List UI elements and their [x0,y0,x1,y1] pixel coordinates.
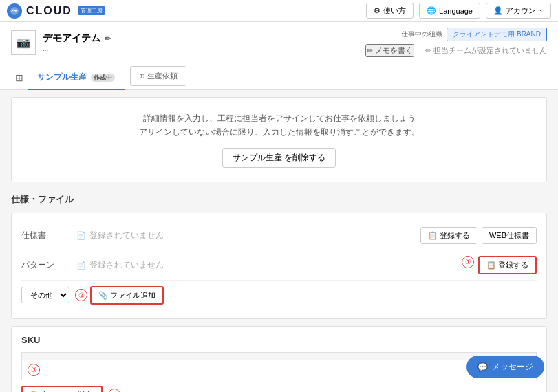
header-actions: ⚙ 使い方 🌐 Language 👤 アカウント [366,3,551,19]
usage-button[interactable]: ⚙ 使い方 [366,3,414,19]
sku-title: SKU [21,335,537,345]
item-title-row: デモアイテム ✏ [43,32,111,45]
circle-4: ④ [108,389,120,392]
item-header: 📷 デモアイテム ✏ ... 仕事中の組織 クライアントデモ用 BRAND ✏ … [0,22,558,63]
file-icon-pattern: 📄 [76,261,86,270]
camera-icon: 📷 [17,36,30,49]
sku-actions: 🎨 色・サイズ追加 ④ [21,386,537,392]
pattern-value: 📄 登録されていません [76,259,462,271]
spec-register-button[interactable]: 📋 登録する [420,227,477,244]
spec-section: 仕様書 📄 登録されていません 📋 登録する WEB仕様書 パターン 📄 登録さ… [11,213,547,319]
tab-sample-production[interactable]: サンプル生産 作成中 [28,66,125,90]
logo-icon [7,3,22,19]
account-button[interactable]: 👤 アカウント [486,3,551,19]
item-info: デモアイテム ✏ ... [43,32,111,52]
pencil-icon: ✏ [367,46,373,55]
register-icon-2: 📋 [486,261,496,270]
item-dots[interactable]: ... [43,45,111,52]
sku-table: ③ 0 [21,352,537,380]
file-icon: 📄 [76,231,86,240]
circle-1: ① [462,256,474,268]
file-type-select[interactable]: その他 [21,287,69,303]
header: CLOUD 管理工房 ⚙ 使い方 🌐 Language 👤 アカウント [0,0,558,22]
pattern-row: パターン 📄 登録されていません ① 📋 登録する [21,250,537,281]
message-icon: 💬 [477,362,488,372]
spec-actions: 📋 登録する WEB仕様書 [420,227,537,244]
item-thumbnail: 📷 [11,30,36,55]
delete-sample-button[interactable]: サンプル生産 を削除する [222,148,336,168]
pattern-actions: ① 📋 登録する [462,256,537,274]
file-add-button[interactable]: 📎 ファイル追加 [90,286,164,305]
sku-col1 [22,352,279,360]
spec-label: 仕様書 [21,230,76,241]
grid-icon: ⊞ [11,67,28,89]
item-title-text: デモアイテム [43,32,100,45]
info-box-text: 詳細情報を入力し、工程に担当者をアサインしてお仕事を依頼しましょう アサインして… [25,111,533,140]
file-add-row: その他 ② 📎 ファイル追加 [21,281,537,310]
memo-button[interactable]: ✏ メモを書く [365,44,414,57]
person-icon: ✏ [425,46,431,55]
top-right-area: 仕事中の組織 クライアントデモ用 BRAND ✏ メモを書く ✏ 担当チームが設… [365,28,547,57]
add-color-size-button[interactable]: 🎨 色・サイズ追加 [21,386,103,392]
sku-cell-1: ③ [22,360,279,380]
circle-3: ③ [28,364,40,376]
logo-text: CLOUD [26,5,72,17]
language-button[interactable]: 🌐 Language [419,3,480,19]
logo-area: CLOUD 管理工房 [7,3,105,19]
register-icon: 📋 [428,231,438,240]
plus-icon: ⊕ [139,72,147,80]
tab-production-request[interactable]: ⊕ 生産依頼 [130,66,186,86]
pattern-register-button[interactable]: 📋 登録する [478,256,537,274]
sku-row: ③ 0 [22,360,537,380]
client-label-text: 仕事中の組織 [401,30,442,39]
spec-row: 仕様書 📄 登録されていません 📋 登録する WEB仕様書 [21,221,537,250]
sku-section: SKU ③ 0 🎨 色・サイズ追加 [11,326,547,392]
edit-icon[interactable]: ✏ [105,34,111,43]
tab-badge: 作成中 [91,74,115,82]
usage-icon: ⚙ [374,6,380,15]
info-box: 詳細情報を入力し、工程に担当者をアサインしてお仕事を依頼しましょう アサインして… [11,97,547,182]
spec-section-title: 仕様・ファイル [11,193,547,206]
clip-icon: 📎 [98,291,108,300]
item-left: 📷 デモアイテム ✏ ... [11,30,111,55]
client-row: 仕事中の組織 クライアントデモ用 BRAND [401,28,547,41]
assign-text: ✏ 担当チームが設定されていません [425,45,547,56]
main-content: 詳細情報を入力し、工程に担当者をアサインしてお仕事を依頼しましょう アサインして… [0,90,558,392]
pattern-label: パターン [21,259,76,271]
account-icon: 👤 [493,6,503,15]
logo-badge: 管理工房 [78,6,105,15]
circle-2-badge: ② [75,289,87,301]
client-badge: クライアントデモ用 BRAND [447,28,547,41]
language-icon: 🌐 [427,6,436,15]
spec-value: 📄 登録されていません [76,230,420,241]
web-spec-button[interactable]: WEB仕様書 [482,227,537,244]
tabs-bar: ⊞ サンプル生産 作成中 ⊕ 生産依頼 [0,63,558,90]
message-button[interactable]: 💬 メッセージ [466,356,544,378]
